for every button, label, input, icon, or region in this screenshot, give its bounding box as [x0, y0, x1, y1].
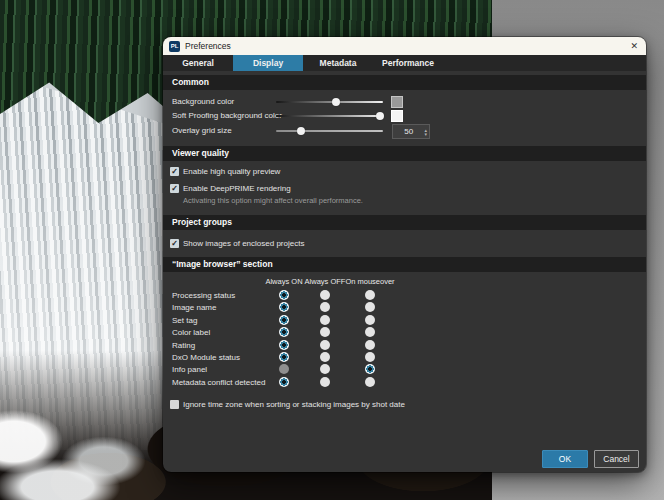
- check-icon: ✓: [171, 185, 178, 193]
- row-deepprime-note: Activating this option might affect over…: [163, 195, 646, 207]
- slider-thumb[interactable]: [376, 112, 384, 120]
- radio-always-on: [279, 364, 289, 374]
- tab-general[interactable]: General: [163, 55, 233, 71]
- background-color-slider[interactable]: [276, 96, 383, 107]
- radio-on-mouseover[interactable]: [365, 290, 375, 300]
- row-label: Image name: [172, 303, 216, 312]
- high-quality-preview-checkbox[interactable]: ✓: [170, 167, 179, 176]
- radio-always-on[interactable]: [279, 315, 289, 325]
- row-label: Info panel: [172, 365, 207, 374]
- table-row: Info panel: [163, 363, 646, 375]
- overlay-grid-size-slider[interactable]: [276, 125, 383, 136]
- dialog-title: Preferences: [185, 41, 231, 51]
- slider-thumb[interactable]: [297, 127, 305, 135]
- tab-display[interactable]: Display: [233, 55, 303, 71]
- overlay-grid-size-spinner[interactable]: 50 ▴ ▾: [392, 124, 430, 139]
- show-enclosed-projects-label: Show images of enclosed projects: [183, 239, 304, 248]
- overlay-grid-size-label: Overlay grid size: [172, 126, 232, 135]
- ignore-timezone-checkbox[interactable]: [170, 400, 179, 409]
- softproof-color-swatch: [391, 110, 403, 122]
- ok-button[interactable]: OK: [542, 450, 588, 468]
- spinner-down-icon[interactable]: ▾: [424, 132, 427, 136]
- app-icon: PL: [169, 41, 180, 52]
- radio-always-on[interactable]: [279, 290, 289, 300]
- radio-always-off[interactable]: [320, 315, 330, 325]
- radio-on-mouseover[interactable]: [365, 302, 375, 312]
- table-row: Processing status: [163, 289, 646, 301]
- row-label: Set tag: [172, 316, 197, 325]
- radio-always-off[interactable]: [320, 290, 330, 300]
- radio-always-on[interactable]: [279, 327, 289, 337]
- table-row: DxO Module status: [163, 351, 646, 363]
- deepprime-note: Activating this option might affect over…: [183, 196, 363, 205]
- radio-always-off[interactable]: [320, 302, 330, 312]
- row-high-quality-preview: ✓ Enable high quality preview: [163, 166, 646, 178]
- radio-always-off[interactable]: [320, 352, 330, 362]
- row-label: DxO Module status: [172, 353, 240, 362]
- table-row: Rating: [163, 339, 646, 351]
- radio-always-on[interactable]: [279, 352, 289, 362]
- radio-on-mouseover[interactable]: [365, 327, 375, 337]
- radio-on-mouseover[interactable]: [365, 377, 375, 387]
- spinner-arrows[interactable]: ▴ ▾: [424, 128, 427, 136]
- check-icon: ✓: [171, 240, 178, 248]
- section-header-common: Common: [163, 75, 646, 90]
- row-label: Metadata conflict detected: [172, 378, 265, 387]
- tab-metadata[interactable]: Metadata: [303, 55, 373, 71]
- row-label: Processing status: [172, 291, 235, 300]
- dialog-titlebar[interactable]: PL Preferences ✕: [163, 37, 646, 55]
- radio-always-off[interactable]: [320, 377, 330, 387]
- radio-always-off[interactable]: [320, 364, 330, 374]
- preferences-dialog: PL Preferences ✕ General Display Metadat…: [163, 37, 646, 472]
- row-label: Color label: [172, 328, 210, 337]
- radio-always-off[interactable]: [320, 327, 330, 337]
- column-on-mouseover: On mouseover: [345, 277, 394, 286]
- high-quality-preview-label: Enable high quality preview: [183, 167, 280, 176]
- row-overlay-grid-size: Overlay grid size 50 ▴ ▾: [163, 124, 646, 138]
- cancel-button[interactable]: Cancel: [594, 450, 639, 468]
- section-header-project-groups: Project groups: [163, 215, 646, 230]
- radio-always-off[interactable]: [320, 340, 330, 350]
- table-header-row: Always ON Always OFF On mouseover: [163, 277, 646, 288]
- softproof-color-slider[interactable]: [276, 110, 383, 121]
- background-color-label: Background color: [172, 97, 234, 106]
- spinner-value[interactable]: 50: [393, 127, 424, 136]
- section-header-viewer-quality: Viewer quality: [163, 146, 646, 161]
- deepprime-rendering-label: Enable DeepPRIME rendering: [183, 184, 291, 193]
- table-row: Color label: [163, 326, 646, 338]
- tab-performance[interactable]: Performance: [373, 55, 443, 71]
- table-row: Set tag: [163, 314, 646, 326]
- row-ignore-timezone: Ignore time zone when sorting or stackin…: [163, 399, 646, 411]
- radio-always-on[interactable]: [279, 302, 289, 312]
- radio-on-mouseover[interactable]: [365, 352, 375, 362]
- softproof-color-label: Soft Proofing background color: [172, 111, 282, 120]
- radio-on-mouseover[interactable]: [365, 364, 375, 374]
- tab-bar: General Display Metadata Performance: [163, 55, 646, 71]
- deepprime-rendering-checkbox[interactable]: ✓: [170, 184, 179, 193]
- show-enclosed-projects-checkbox[interactable]: ✓: [170, 239, 179, 248]
- row-show-enclosed-projects: ✓ Show images of enclosed projects: [163, 238, 646, 250]
- table-row: Image name: [163, 301, 646, 313]
- row-softproof-color: Soft Proofing background color: [163, 109, 646, 122]
- column-always-on: Always ON: [265, 277, 302, 286]
- background-color-swatch: [391, 96, 403, 108]
- radio-on-mouseover[interactable]: [365, 315, 375, 325]
- slider-thumb[interactable]: [332, 98, 340, 106]
- section-header-image-browser: “Image browser” section: [163, 257, 646, 272]
- radio-always-on[interactable]: [279, 377, 289, 387]
- check-icon: ✓: [171, 168, 178, 176]
- table-row: Metadata conflict detected: [163, 376, 646, 388]
- radio-on-mouseover[interactable]: [365, 340, 375, 350]
- radio-always-on[interactable]: [279, 340, 289, 350]
- row-label: Rating: [172, 341, 195, 350]
- row-deepprime-rendering: ✓ Enable DeepPRIME rendering: [163, 183, 646, 195]
- row-background-color: Background color: [163, 95, 646, 108]
- ignore-timezone-label: Ignore time zone when sorting or stackin…: [183, 400, 405, 409]
- close-icon[interactable]: ✕: [630, 37, 638, 55]
- column-always-off: Always OFF: [305, 277, 346, 286]
